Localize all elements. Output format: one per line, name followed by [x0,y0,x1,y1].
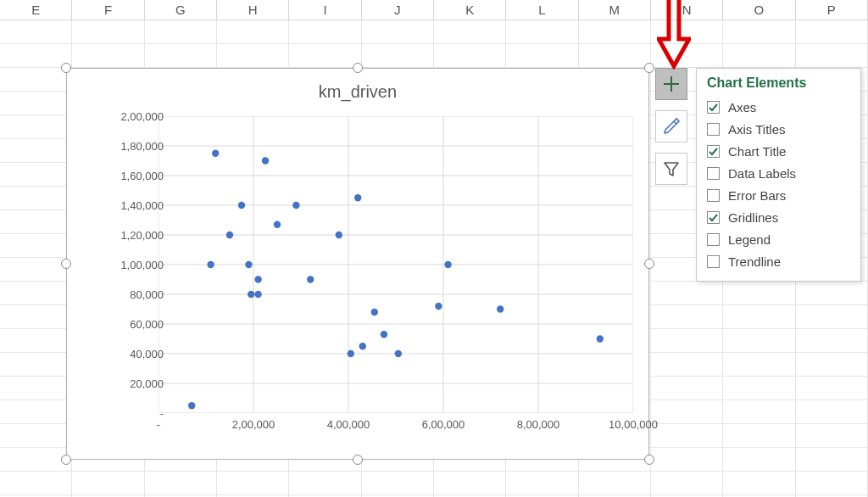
cell[interactable] [0,44,72,67]
checkbox[interactable] [707,233,720,246]
chart-object[interactable]: km_driven -20,00040,00060,00080,0001,00,… [66,68,649,460]
cell[interactable] [651,329,723,352]
cell[interactable] [723,305,795,328]
chart-elements-button[interactable] [655,68,687,100]
cell[interactable] [579,44,651,67]
cell[interactable] [0,377,72,399]
cell[interactable] [0,305,72,328]
chart-element-option[interactable]: Trendline [707,250,850,272]
cell[interactable] [796,448,868,471]
data-point[interactable] [238,202,245,209]
cell[interactable] [651,377,723,399]
cell[interactable] [0,210,72,233]
checkbox[interactable] [707,189,720,202]
cell[interactable] [723,20,795,43]
cell[interactable] [217,472,289,494]
cell[interactable] [723,282,795,304]
data-point[interactable] [292,202,299,209]
cell[interactable] [579,20,651,43]
cell[interactable] [0,68,72,91]
column-header[interactable]: G [145,0,217,20]
resize-handle-br[interactable] [644,455,654,465]
cell[interactable] [723,329,795,352]
cell[interactable] [723,400,795,423]
cell[interactable] [796,44,868,67]
column-header[interactable]: M [579,0,651,20]
cell[interactable] [217,20,289,43]
cell[interactable] [0,115,72,138]
chart-title[interactable]: km_driven [67,82,648,102]
cell[interactable] [0,234,72,257]
data-point[interactable] [395,350,402,357]
column-header[interactable]: O [723,0,795,20]
data-point[interactable] [188,402,195,409]
cell[interactable] [651,472,723,494]
cell[interactable] [506,20,578,43]
chart-filters-button[interactable] [655,153,687,185]
resize-handle-r[interactable] [644,259,654,269]
data-point[interactable] [336,232,342,238]
column-header[interactable]: L [506,0,578,20]
chart-element-option[interactable]: Error Bars [707,184,850,206]
column-header[interactable]: P [796,0,868,20]
cell[interactable] [72,20,144,43]
cell[interactable] [651,424,723,447]
chart-styles-button[interactable] [655,110,687,142]
resize-handle-bl[interactable] [61,455,71,465]
data-point[interactable] [274,221,281,228]
cell[interactable] [651,20,723,43]
checkbox[interactable] [707,211,720,224]
cell[interactable] [651,44,723,67]
cell[interactable] [651,353,723,376]
cell[interactable] [651,282,723,304]
column-header[interactable]: N [651,0,723,20]
cell[interactable] [434,472,506,494]
cell[interactable] [0,329,72,352]
cell[interactable] [434,20,506,43]
data-point[interactable] [207,261,214,268]
cell[interactable] [0,472,72,494]
cell[interactable] [0,424,72,447]
data-point[interactable] [435,303,442,310]
cell[interactable] [723,377,795,399]
checkbox[interactable] [707,123,720,136]
cell[interactable] [651,305,723,328]
cell[interactable] [362,20,434,43]
column-header[interactable]: F [72,0,144,20]
cell[interactable] [579,472,651,494]
cell[interactable] [0,139,72,162]
resize-handle-l[interactable] [61,259,71,269]
cell[interactable] [145,44,217,67]
column-header[interactable]: K [434,0,506,20]
chart-element-option[interactable]: Gridlines [707,206,850,228]
data-point[interactable] [597,335,604,342]
cell[interactable] [796,377,868,399]
data-point[interactable] [381,331,387,338]
cell[interactable] [723,424,795,447]
cell[interactable] [289,20,361,43]
cell[interactable] [289,44,361,67]
column-header[interactable]: H [217,0,289,20]
cell[interactable] [723,448,795,471]
column-header[interactable]: J [362,0,434,20]
checkbox[interactable] [707,145,720,158]
cell[interactable] [0,163,72,186]
cell[interactable] [434,44,506,67]
data-point[interactable] [371,309,378,316]
data-point[interactable] [354,194,361,201]
data-point[interactable] [248,291,254,298]
resize-handle-tl[interactable] [61,63,71,73]
cell[interactable] [0,20,72,43]
data-point[interactable] [497,305,504,312]
plot-area[interactable] [159,116,633,413]
chart-element-option[interactable]: Legend [707,228,850,250]
chart-element-option[interactable]: Data Labels [707,162,850,184]
data-point[interactable] [254,276,261,282]
data-point[interactable] [212,150,219,157]
cell[interactable] [796,472,868,494]
cell[interactable] [217,44,289,67]
cell[interactable] [651,448,723,471]
checkbox[interactable] [707,167,720,180]
resize-handle-t[interactable] [353,63,363,73]
resize-handle-b[interactable] [353,455,363,465]
